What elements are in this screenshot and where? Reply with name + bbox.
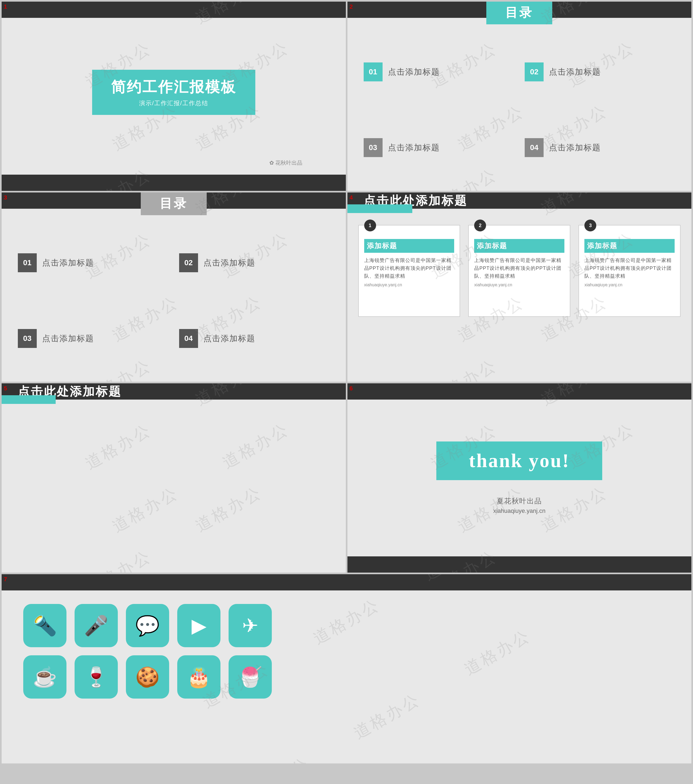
content-grid: 01 点击添加标题 02 点击添加标题 03 点击添加标题 04 点击添加标题 [2, 209, 346, 382]
list-item: 04 点击添加标题 [179, 306, 330, 371]
item-label: 点击添加标题 [42, 257, 94, 268]
bottom-bar [347, 557, 691, 573]
teal-accent [347, 204, 412, 213]
card-body: 上海锐赞广告有限公司是中国第一家精品PPT设计机构拥有顶尖的PPT设计团队、坚持… [364, 257, 455, 280]
card-2: 2 添加标题 上海锐赞广告有限公司是中国第一家精品PPT设计机构拥有顶尖的PPT… [468, 225, 570, 317]
list-item: 02 点击添加标题 [525, 40, 675, 104]
list-item: 03 点击添加标题 [364, 115, 514, 180]
slide-title: 目录 [160, 196, 188, 210]
watermark: 道格办公道格办公 道格办公道格办公 道格办公道格办公 [2, 383, 346, 573]
card-title: 添加标题 [474, 239, 564, 253]
card-body: 上海锐赞广告有限公司是中国第一家精品PPT设计机构拥有顶尖的PPT设计团队、坚持… [474, 257, 564, 280]
item-number: 04 [179, 329, 198, 348]
list-item: 01 点击添加标题 [18, 231, 168, 295]
teal-accent [2, 395, 56, 404]
slide-title: 目录 [505, 5, 533, 20]
icon-chat: 💬 [126, 604, 169, 647]
icons-area: 🔦 🎤 💬 ▶ ✈ ☕ 🍷 🍪 🎂 🍧 [2, 590, 691, 763]
credit-main: 夏花秋叶出品 [493, 496, 545, 506]
top-bar [347, 383, 691, 400]
item-label: 点击添加标题 [42, 333, 94, 344]
slide-6: 6 道格办公道格办公 道格办公道格办公 道格办公道格办公 thank you! … [347, 383, 691, 573]
list-item: 04 点击添加标题 [525, 115, 675, 180]
list-item: 03 点击添加标题 [18, 306, 168, 371]
icon-icecream: 🍧 [228, 656, 272, 698]
item-number: 03 [18, 329, 37, 348]
thankyou-bar: thank you! [436, 441, 602, 480]
icon-row-2: ☕ 🍷 🍪 🎂 🍧 [23, 656, 670, 698]
bottom-bar [2, 175, 346, 191]
item-label: 点击添加标题 [549, 142, 601, 153]
slide-number-4: 4 [350, 194, 353, 201]
top-bar [2, 574, 691, 590]
item-label: 点击添加标题 [204, 257, 255, 268]
item-number: 04 [525, 138, 544, 157]
title-box: 目录 [141, 193, 207, 215]
card-body: 上海锐赞广告有限公司是中国第一家精品PPT设计机构拥有顶尖的PPT设计团队、坚持… [585, 257, 675, 280]
card-url: xiahuaqiuye.yanj.cn [474, 283, 564, 287]
icon-flashlight: 🔦 [23, 604, 66, 647]
slide-1: 1 道格办公道格办公 道格办公道格办公 道格办公道格办公 简约工作汇报模板 演示… [2, 2, 346, 191]
list-item: 02 点击添加标题 [179, 231, 330, 295]
title-block: 简约工作汇报模板 演示/工作汇报/工作总结 [92, 70, 255, 115]
icon-row-1: 🔦 🎤 💬 ▶ ✈ [23, 604, 670, 647]
slide-number-1: 1 [4, 3, 7, 10]
thankyou-text: thank you! [469, 450, 570, 471]
slide-3: 3 目录 道格办公道格办公 道格办公道格办公 道格办公道格办公 01 点击添加标… [2, 193, 346, 382]
slide-5: 5 点击此处添加标题 道格办公道格办公 道格办公道格办公 道格办公道格办公 [2, 383, 346, 573]
slide-4: 4 点击此处添加标题 道格办公道格办公 道格办公道格办公 道格办公道格办公 1 … [347, 193, 691, 382]
slide-number-3: 3 [4, 194, 7, 201]
card-1: 1 添加标题 上海锐赞广告有限公司是中国第一家精品PPT设计机构拥有顶尖的PPT… [358, 225, 460, 317]
card-number: 3 [585, 219, 596, 231]
item-label: 点击添加标题 [549, 66, 601, 77]
icon-play: ▶ [177, 604, 220, 647]
slide-number-7: 7 [4, 576, 7, 583]
card-title: 添加标题 [364, 239, 455, 253]
item-label: 点击添加标题 [388, 142, 440, 153]
slide-number-5: 5 [4, 385, 7, 392]
item-label: 点击添加标题 [204, 333, 255, 344]
item-number: 02 [525, 63, 544, 81]
content-grid: 01 点击添加标题 02 点击添加标题 03 点击添加标题 04 点击添加标题 [347, 18, 691, 191]
icon-send: ✈ [228, 604, 272, 647]
top-bar: 点击此处添加标题 [2, 383, 346, 400]
card-number: 1 [364, 219, 376, 231]
card-url: xiahuaqiuye.yanj.cn [585, 283, 675, 287]
content-area: thank you! 夏花秋叶出品 xiahuaqiuye.yanj.cn [347, 400, 691, 557]
slide-number-6: 6 [350, 385, 353, 392]
credit-text: ✿ 花秋叶出品 [269, 159, 302, 166]
item-number: 03 [364, 138, 383, 157]
cards-container: 1 添加标题 上海锐赞广告有限公司是中国第一家精品PPT设计机构拥有顶尖的PPT… [347, 209, 691, 382]
item-label: 点击添加标题 [388, 66, 440, 77]
list-item: 01 点击添加标题 [364, 40, 514, 104]
icon-cake: 🎂 [177, 656, 220, 698]
main-title: 简约工作汇报模板 [111, 77, 236, 97]
icon-coffee: ☕ [23, 656, 66, 698]
top-bar: 目录 [347, 2, 691, 18]
icon-microphone: 🎤 [75, 604, 118, 647]
item-number: 01 [18, 253, 37, 272]
icon-wine: 🍷 [75, 656, 118, 698]
subtitle: 演示/工作汇报/工作总结 [111, 99, 236, 107]
card-url: xiahuaqiuye.yanj.cn [364, 283, 455, 287]
slide-2: 2 目录 道格办公道格办公 道格办公道格办公 道格办公道格办公 01 点击添加标… [347, 2, 691, 191]
title-box: 目录 [486, 2, 552, 24]
card-3: 3 添加标题 上海锐赞广告有限公司是中国第一家精品PPT设计机构拥有顶尖的PPT… [578, 225, 681, 317]
top-bar [2, 2, 346, 18]
top-bar: 点击此处添加标题 [347, 193, 691, 209]
item-number: 01 [364, 63, 383, 81]
icon-cookie: 🍪 [126, 656, 169, 698]
item-number: 02 [179, 253, 198, 272]
card-number: 2 [474, 219, 486, 231]
credit-url: xiahuaqiuye.yanj.cn [493, 507, 545, 514]
slide-number-2: 2 [350, 3, 353, 10]
top-bar: 目录 [2, 193, 346, 209]
card-title: 添加标题 [585, 239, 675, 253]
credit-block: 夏花秋叶出品 xiahuaqiuye.yanj.cn [493, 496, 545, 514]
slide-7: 7 道格办公道格办公道格办公 道格办公道格办公道格办公 🔦 🎤 💬 ▶ ✈ ☕ … [2, 574, 691, 763]
